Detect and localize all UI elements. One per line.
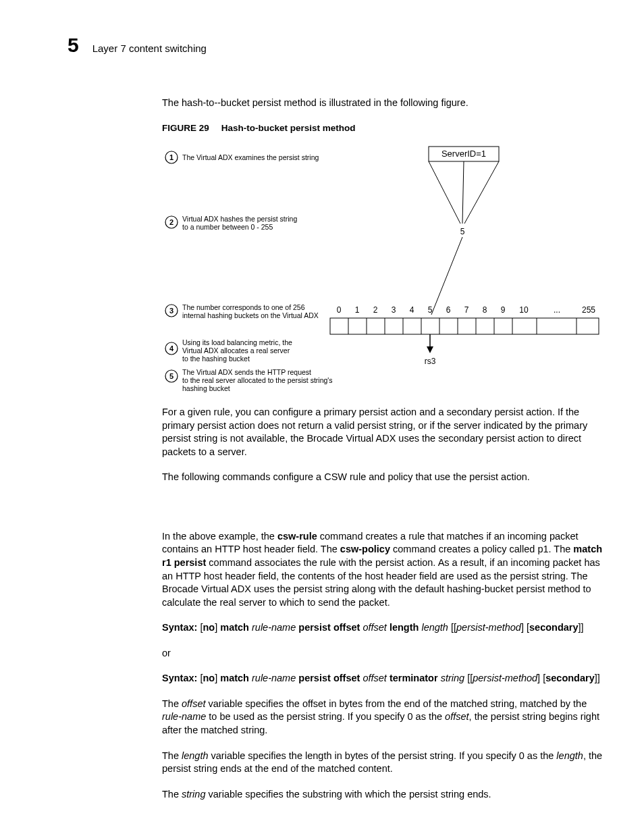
syntax-line-2: Syntax: [no] match rule-name persist off…	[162, 672, 603, 685]
figure-title: Hash-to-bucket persist method	[221, 123, 356, 133]
svg-text:3: 3	[392, 305, 396, 315]
svg-text:2: 2	[373, 305, 378, 315]
step-3b-text: internal hashing buckets on the Virtual …	[182, 311, 319, 319]
step-4b-text: Virtual ADX allocates a real server	[182, 346, 290, 355]
paragraph-6: The string variable specifies the substr…	[162, 788, 603, 802]
step-5c-text: hashing bucket	[182, 384, 230, 392]
paragraph-4: The offset variable specifies the offset…	[162, 698, 603, 737]
hash-value: 5	[460, 227, 465, 236]
svg-text:...: ...	[554, 305, 560, 315]
paragraph-2: The following commands configure a CSW r…	[162, 471, 603, 484]
paragraph-5: The length variable specifies the length…	[162, 750, 603, 776]
or-text: or	[162, 647, 603, 660]
svg-line-12	[462, 161, 464, 224]
svg-marker-42	[427, 346, 433, 353]
figure-number: FIGURE 29	[162, 123, 209, 133]
svg-line-13	[464, 161, 499, 224]
step-4c-text: to the hashing bucket	[182, 355, 250, 363]
step-5b-text: to the real server allocated to the pers…	[182, 376, 333, 384]
step-3a-text: The number corresponds to one of 256	[182, 303, 305, 311]
svg-text:10: 10	[519, 305, 529, 315]
svg-text:8: 8	[483, 305, 487, 315]
chapter-number: 5	[68, 34, 79, 57]
svg-text:5: 5	[169, 372, 173, 380]
server-id-label: ServerID=1	[441, 149, 486, 159]
svg-text:7: 7	[464, 305, 469, 315]
svg-text:2: 2	[169, 218, 173, 226]
page-header: 5 Layer 7 content switching	[68, 34, 603, 57]
paragraph-1: For a given rule, you can configure a pr…	[162, 406, 603, 459]
chapter-title: Layer 7 content switching	[92, 43, 207, 54]
svg-text:5: 5	[428, 305, 433, 315]
svg-text:3: 3	[169, 307, 173, 315]
paragraph-3: In the above example, the csw-rule comma…	[162, 530, 603, 609]
step-2a-text: Virtual ADX hashes the persist string	[182, 215, 297, 223]
svg-text:1: 1	[169, 153, 173, 161]
figure-caption: FIGURE 29Hash-to-bucket persist method	[162, 123, 603, 133]
bucket-labels: 0 1 2 3 4 5 6 7 8 9 10 ... 255	[337, 305, 596, 315]
document-page: 5 Layer 7 content switching The hash-to-…	[0, 0, 644, 834]
syntax-line-1: Syntax: [no] match rule-name persist off…	[162, 621, 603, 635]
figure-diagram: 1 The Virtual ADX examines the persist s…	[162, 141, 603, 400]
svg-text:255: 255	[582, 305, 595, 315]
content-area: The hash-to--bucket persist method is il…	[162, 97, 603, 801]
step-1-text: The Virtual ADX examines the persist str…	[182, 153, 319, 161]
svg-text:4: 4	[169, 344, 174, 353]
svg-text:0: 0	[337, 305, 342, 315]
result-server: rs3	[425, 357, 436, 366]
svg-rect-28	[330, 318, 599, 334]
svg-text:4: 4	[410, 305, 414, 315]
svg-line-14	[431, 237, 462, 315]
intro-text: The hash-to--bucket persist method is il…	[162, 97, 603, 108]
svg-text:6: 6	[446, 305, 451, 315]
svg-text:9: 9	[501, 305, 506, 315]
svg-line-11	[429, 161, 460, 224]
svg-text:1: 1	[355, 305, 360, 315]
step-4a-text: Using its load balancing metric, the	[182, 338, 292, 346]
step-2b-text: to a number between 0 - 255	[182, 223, 273, 231]
step-5a-text: The Virtual ADX sends the HTTP request	[182, 368, 311, 376]
